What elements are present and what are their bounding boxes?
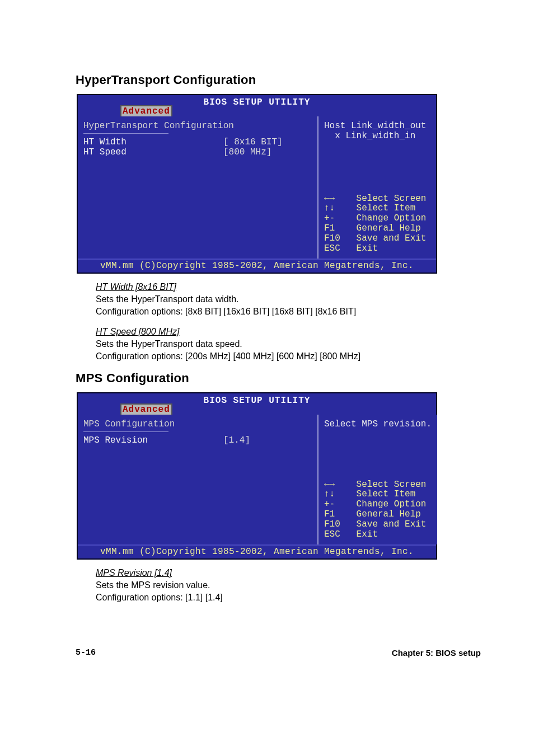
option-value: [ 8x16 BIT]: [223, 137, 283, 147]
desc-ht-speed: HT Speed [800 MHz] Sets the HyperTranspo…: [96, 326, 481, 362]
separator-line: [83, 431, 168, 432]
bios-footer: vMM.mm (C)Copyright 1985-2002, American …: [78, 544, 436, 558]
bios-nav-hints: ←→ Select Screen ↑↓ Select Item +- Chang…: [324, 480, 426, 540]
option-label: HT Speed: [83, 147, 223, 157]
item-desc-line: Configuration options: [200s MHz] [400 M…: [96, 351, 481, 362]
bios-tab-advanced[interactable]: Advanced: [120, 403, 172, 415]
bios-panel-ht: BIOS SETUP UTILITY Advanced HyperTranspo…: [77, 94, 437, 274]
page-number: 5-16: [76, 648, 96, 658]
item-desc-line: Sets the HyperTransport data width.: [96, 294, 481, 305]
option-value: [800 MHz]: [223, 147, 271, 157]
bios-left-pane: HyperTransport Configuration HT Width [ …: [78, 116, 318, 259]
section-title-ht: HyperTransport Configuration: [76, 73, 481, 87]
item-desc-line: Configuration options: [8x8 BIT] [16x16 …: [96, 306, 481, 317]
option-value: [1.4]: [223, 435, 250, 445]
option-label: HT Width: [83, 137, 223, 147]
bios-help-text: Host Link_width_out x Link_width_in: [324, 121, 430, 141]
bios-menubar: BIOS SETUP UTILITY Advanced: [78, 393, 436, 415]
bios-option-ht-width[interactable]: HT Width [ 8x16 BIT]: [83, 137, 312, 147]
desc-mps-revision: MPS Revision [1.4] Sets the MPS revision…: [96, 567, 481, 603]
bios-group-title: MPS Configuration: [83, 419, 312, 429]
section-title-mps: MPS Configuration: [76, 371, 481, 386]
page-body: HyperTransport Configuration BIOS SETUP …: [0, 0, 534, 691]
item-heading: MPS Revision [1.4]: [96, 567, 172, 579]
bios-panel-mps: BIOS SETUP UTILITY Advanced MPS Configur…: [77, 392, 437, 560]
separator-line: [83, 133, 168, 134]
bios-group-title: HyperTransport Configuration: [83, 121, 312, 131]
bios-footer: vMM.mm (C)Copyright 1985-2002, American …: [78, 259, 436, 273]
page-footer: 5-16 Chapter 5: BIOS setup: [76, 648, 481, 658]
bios-left-pane: MPS Configuration MPS Revision [1.4]: [78, 415, 318, 544]
bios-menubar: BIOS SETUP UTILITY Advanced: [78, 95, 436, 116]
desc-ht-width: HT Width [8x16 BIT] Sets the HyperTransp…: [96, 281, 481, 317]
bios-right-pane: Host Link_width_out x Link_width_in ←→ S…: [318, 116, 436, 259]
chapter-label: Chapter 5: BIOS setup: [392, 648, 481, 658]
bios-body: MPS Configuration MPS Revision [1.4] Sel…: [78, 415, 436, 544]
bios-nav-hints: ←→ Select Screen ↑↓ Select Item +- Chang…: [324, 194, 426, 254]
item-desc-line: Sets the MPS revision value.: [96, 580, 481, 591]
bios-body: HyperTransport Configuration HT Width [ …: [78, 116, 436, 259]
item-desc-line: Sets the HyperTransport data speed.: [96, 339, 481, 350]
bios-tab-advanced[interactable]: Advanced: [120, 105, 172, 116]
bios-option-mps-revision[interactable]: MPS Revision [1.4]: [83, 435, 312, 445]
item-heading: HT Speed [800 MHz]: [96, 326, 179, 337]
item-desc-line: Configuration options: [1.1] [1.4]: [96, 592, 481, 603]
bios-right-pane: Select MPS revision. ←→ Select Screen ↑↓…: [318, 415, 437, 544]
bios-help-text: Select MPS revision.: [324, 419, 432, 429]
item-heading: HT Width [8x16 BIT]: [96, 281, 176, 293]
bios-option-ht-speed[interactable]: HT Speed [800 MHz]: [83, 147, 312, 157]
option-label: MPS Revision: [83, 435, 223, 445]
